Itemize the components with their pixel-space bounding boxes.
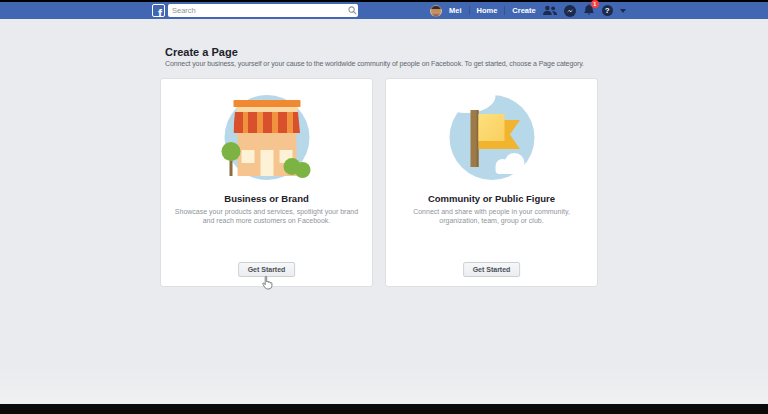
get-started-button-business[interactable]: Get Started	[238, 262, 296, 277]
storefront-tree	[221, 142, 240, 161]
flag-illustration	[449, 95, 534, 180]
card-description: Showcase your products and services, spo…	[171, 208, 363, 225]
nav-profile[interactable]: Mei	[449, 6, 462, 15]
video-frame: f Mei Home Create 1 ?	[0, 0, 768, 414]
account-menu-caret-icon[interactable]	[620, 9, 626, 13]
flag-main	[478, 114, 504, 141]
nav-home[interactable]: Home	[477, 6, 498, 15]
facebook-logo-letter: f	[158, 8, 162, 17]
page-subtitle: Connect your business, yourself or your …	[165, 60, 584, 67]
avatar[interactable]	[430, 5, 442, 17]
messenger-icon[interactable]	[564, 5, 576, 17]
storefront-illustration	[224, 95, 309, 180]
storefront-window-left	[241, 150, 254, 163]
card-title: Community or Public Figure	[386, 193, 597, 204]
header-nav: Mei Home Create 1 ?	[430, 2, 626, 19]
get-started-button-community[interactable]: Get Started	[463, 262, 521, 277]
category-cards: Business or Brand Showcase your products…	[160, 78, 598, 287]
nav-create[interactable]: Create	[512, 6, 535, 15]
create-page-screen: Create a Page Connect your business, you…	[0, 19, 768, 404]
card-title: Business or Brand	[161, 193, 372, 204]
card-description: Connect and share with people in your co…	[396, 208, 588, 225]
search-bar[interactable]	[168, 4, 358, 17]
facebook-logo-icon[interactable]: f	[152, 4, 165, 17]
flag-pole	[470, 110, 478, 167]
mouse-cursor	[262, 276, 273, 290]
page-title: Create a Page	[165, 46, 238, 58]
nav-divider	[504, 6, 505, 15]
card-business-or-brand[interactable]: Business or Brand Showcase your products…	[160, 78, 373, 287]
search-input[interactable]	[168, 6, 346, 15]
card-community-or-public-figure[interactable]: Community or Public Figure Connect and s…	[385, 78, 598, 287]
help-glyph: ?	[602, 5, 613, 16]
notifications-icon[interactable]: 1	[583, 4, 595, 17]
nav-divider	[469, 6, 470, 15]
storefront-strip	[236, 107, 297, 112]
help-icon[interactable]: ?	[602, 5, 613, 16]
storefront-cornice	[233, 100, 300, 107]
letterbox-bottom	[0, 404, 768, 414]
facebook-header: f Mei Home Create 1 ?	[0, 2, 768, 19]
cloud	[437, 79, 495, 113]
storefront-bush	[294, 162, 310, 178]
search-icon[interactable]	[346, 6, 358, 15]
notification-badge: 1	[591, 0, 599, 8]
caret-down-icon	[620, 9, 626, 13]
cloud	[495, 165, 528, 174]
friend-requests-icon[interactable]	[543, 5, 557, 16]
storefront-awning	[233, 112, 300, 133]
storefront-door	[260, 150, 273, 176]
